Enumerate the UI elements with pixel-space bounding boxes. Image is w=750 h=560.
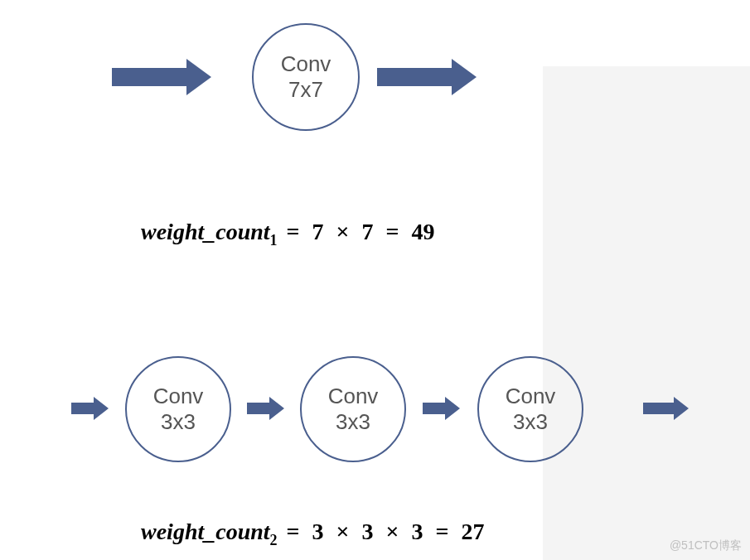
formula1-sub: 1 xyxy=(270,232,278,249)
bottom-conv-node-2: Conv 3x3 xyxy=(300,356,406,462)
formula2-lhs: weight_count xyxy=(141,519,270,544)
bottom-arrow-3 xyxy=(423,403,460,414)
bottom-arrow-1 xyxy=(71,403,109,414)
formula1-result: 49 xyxy=(412,219,435,244)
node-label-conv: Conv xyxy=(281,51,331,77)
node-label-conv: Conv xyxy=(153,384,204,409)
formula1-eq2: = xyxy=(386,219,399,244)
top-arrow-in xyxy=(112,68,211,86)
formula2-eq2: = xyxy=(436,519,449,544)
top-arrow-out xyxy=(377,68,477,86)
formula1-times1: × xyxy=(336,219,350,244)
formula2-eq1: = xyxy=(287,519,300,544)
node-label-conv: Conv xyxy=(328,384,379,409)
formula2-sub: 2 xyxy=(270,532,278,548)
formula2-times2: × xyxy=(386,519,399,544)
top-conv-node: Conv 7x7 xyxy=(252,23,360,131)
node-label-size: 7x7 xyxy=(288,77,323,103)
formula-1: weight_count1 = 7 × 7 = 49 xyxy=(141,219,438,249)
bottom-conv-node-1: Conv 3x3 xyxy=(125,356,231,462)
watermark: @51CTO博客 xyxy=(670,538,742,553)
formula1-eq1: = xyxy=(287,219,300,244)
formula-2: weight_count2 = 3 × 3 × 3 = 27 xyxy=(141,519,487,549)
node-label-size: 3x3 xyxy=(336,409,370,435)
node-label-size: 3x3 xyxy=(513,409,548,435)
node-label-size: 3x3 xyxy=(161,409,196,435)
formula1-a: 7 xyxy=(312,219,324,244)
formula2-result: 27 xyxy=(461,519,484,544)
formula2-a: 3 xyxy=(312,519,324,544)
node-label-conv: Conv xyxy=(506,384,556,409)
background-gray-panel xyxy=(543,66,750,560)
bottom-conv-node-3: Conv 3x3 xyxy=(477,356,583,462)
bottom-arrow-4 xyxy=(643,403,689,414)
formula2-c: 3 xyxy=(412,519,423,544)
formula2-b: 3 xyxy=(362,519,374,544)
formula1-b: 7 xyxy=(362,219,374,244)
bottom-arrow-2 xyxy=(247,403,284,414)
formula1-lhs: weight_count xyxy=(141,219,270,244)
formula2-times1: × xyxy=(336,519,350,544)
